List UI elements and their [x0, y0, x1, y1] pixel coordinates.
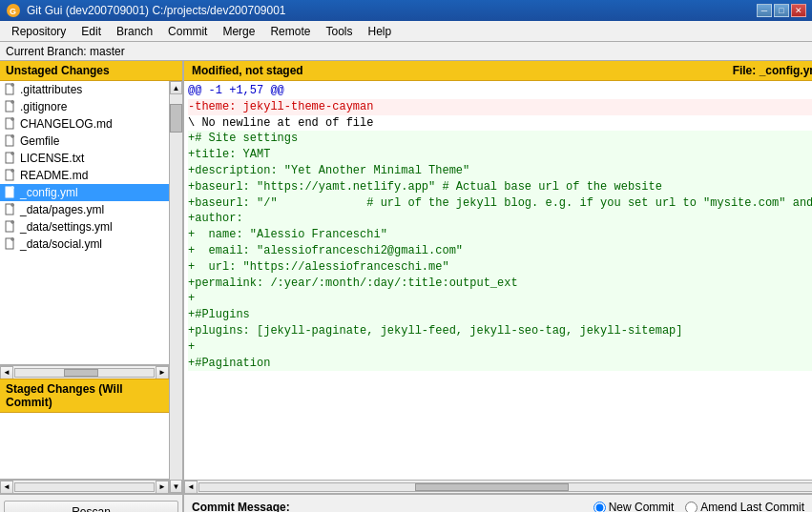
file-item-5[interactable]: README.md	[0, 167, 169, 184]
file-name-1: .gitignore	[20, 100, 67, 113]
file-item-2[interactable]: CHANGELOG.md	[0, 115, 169, 133]
diff-line: +	[188, 291, 812, 307]
diff-hscroll-track[interactable]	[198, 482, 812, 492]
hscroll-thumb[interactable]	[64, 369, 98, 377]
file-name-8: _data/settings.yml	[20, 220, 113, 234]
file-name-2: CHANGELOG.md	[20, 117, 113, 131]
diff-line: @@ -1 +1,57 @@	[188, 83, 812, 99]
diff-file: File: _config.yml	[733, 64, 812, 77]
file-name-6: _config.yml	[20, 186, 78, 199]
diff-line: +	[188, 339, 812, 356]
menu-tools[interactable]: Tools	[318, 21, 360, 41]
commit-type-group: New Commit Amend Last Commit	[593, 501, 804, 512]
app-icon: G	[6, 3, 21, 18]
left-panel: Unstaged Changes .gitattributes .gitigno…	[0, 61, 184, 493]
file-name-5: README.md	[20, 169, 88, 182]
file-item-6[interactable]: _config.yml	[0, 184, 169, 201]
file-item-1[interactable]: .gitignore	[0, 98, 169, 115]
unstaged-hscroll[interactable]: ◄ ►	[0, 365, 169, 379]
staged-hscroll-right[interactable]: ►	[156, 481, 169, 494]
diff-line: +baseurl: "/" # url of the jekyll blog. …	[188, 195, 812, 212]
menu-help[interactable]: Help	[360, 21, 399, 41]
staged-hscroll[interactable]: ◄ ►	[0, 480, 169, 493]
amend-commit-option[interactable]: Amend Last Commit	[685, 501, 804, 512]
commit-panel: Commit Message: New Commit Amend Last Co…	[184, 495, 812, 512]
unstaged-header: Unstaged Changes	[0, 61, 182, 81]
diff-line: + name: "Alessio Franceschi"	[188, 227, 812, 243]
left-vscroll-up[interactable]: ▲	[170, 81, 182, 94]
diff-line: +baseurl: "https://yamt.netlify.app" # A…	[188, 179, 812, 195]
amend-commit-radio[interactable]	[685, 502, 697, 513]
commit-message-label: Commit Message:	[192, 501, 290, 512]
branch-bar: Current Branch: master	[0, 42, 812, 61]
svg-text:G: G	[10, 7, 16, 16]
bottom-section: Rescan Stage Changed Sign Off Commit Pus…	[0, 493, 812, 512]
diff-line: +#Pagination	[188, 356, 812, 372]
diff-line: +description: "Yet Another Minimal Theme…	[188, 163, 812, 179]
title-bar-left: G Git Gui (dev200709001) C:/projects/dev…	[6, 3, 286, 18]
staged-list[interactable]	[0, 413, 169, 480]
left-vscroll-thumb[interactable]	[170, 104, 182, 133]
diff-line: +title: YAMT	[188, 147, 812, 163]
file-item-7[interactable]: _data/pages.yml	[0, 201, 169, 218]
left-vscroll-track[interactable]	[170, 94, 182, 480]
file-name-9: _data/social.yml	[20, 237, 102, 251]
diff-hscroll[interactable]: ◄ ►	[184, 480, 812, 493]
diff-line: +author:	[188, 211, 812, 227]
hscroll-right-arrow[interactable]: ►	[156, 366, 169, 379]
file-icon-1	[4, 100, 17, 113]
new-commit-radio[interactable]	[593, 502, 606, 513]
current-branch-label: Current Branch: master	[6, 45, 125, 58]
diff-content[interactable]: @@ -1 +1,57 @@-theme: jekyll-theme-cayma…	[184, 81, 812, 480]
left-vscroll[interactable]: ▲ ▼	[169, 81, 182, 493]
actions-panel: Rescan Stage Changed Sign Off Commit Pus…	[0, 495, 184, 512]
diff-status: Modified, not staged	[192, 64, 303, 77]
staged-hscroll-track[interactable]	[14, 482, 155, 492]
maximize-button[interactable]: □	[774, 4, 789, 17]
file-item-4[interactable]: LICENSE.txt	[0, 150, 169, 167]
rescan-button[interactable]: Rescan	[4, 501, 178, 512]
minimize-button[interactable]: ─	[757, 4, 772, 17]
diff-hscroll-thumb[interactable]	[415, 483, 569, 491]
title-bar-text: Git Gui (dev200709001) C:/projects/dev20…	[27, 4, 286, 17]
main-content: Unstaged Changes .gitattributes .gitigno…	[0, 61, 812, 493]
new-commit-option[interactable]: New Commit	[593, 501, 675, 512]
diff-hscroll-left[interactable]: ◄	[184, 481, 198, 494]
menu-bar: Repository Edit Branch Commit Merge Remo…	[0, 21, 812, 42]
file-icon-7	[4, 203, 17, 216]
unstaged-list-area: .gitattributes .gitignore CHANGELOG.md G…	[0, 81, 169, 493]
file-icon-4	[4, 152, 17, 165]
hscroll-left-arrow[interactable]: ◄	[0, 366, 13, 379]
menu-commit[interactable]: Commit	[160, 21, 215, 41]
right-panel: Modified, not staged File: _config.yml @…	[184, 61, 812, 493]
close-button[interactable]: ✕	[791, 4, 806, 17]
hscroll-track[interactable]	[14, 368, 155, 378]
diff-line: -theme: jekyll-theme-cayman	[188, 99, 812, 115]
diff-header: Modified, not staged File: _config.yml	[184, 61, 812, 81]
diff-line: +plugins: [jekyll-paginate, jekyll-feed,…	[188, 323, 812, 339]
diff-line: + url: "https://alessiofranceschi.me"	[188, 259, 812, 276]
file-name-0: .gitattributes	[20, 83, 82, 96]
menu-branch[interactable]: Branch	[109, 21, 160, 41]
diff-text: @@ -1 +1,57 @@-theme: jekyll-theme-cayma…	[184, 81, 812, 373]
title-bar-controls: ─ □ ✕	[757, 4, 806, 17]
file-item-9[interactable]: _data/social.yml	[0, 236, 169, 253]
file-icon-3	[4, 134, 17, 148]
staged-hscroll-left[interactable]: ◄	[0, 481, 13, 494]
unstaged-list[interactable]: .gitattributes .gitignore CHANGELOG.md G…	[0, 81, 169, 365]
left-vscroll-down[interactable]: ▼	[170, 480, 182, 493]
file-item-3[interactable]: Gemfile	[0, 133, 169, 150]
file-icon-6	[4, 186, 17, 199]
menu-repository[interactable]: Repository	[4, 21, 73, 41]
file-icon-5	[4, 169, 17, 182]
file-name-7: _data/pages.yml	[20, 203, 104, 216]
file-item-0[interactable]: .gitattributes	[0, 81, 169, 98]
amend-commit-label: Amend Last Commit	[700, 501, 804, 512]
menu-remote[interactable]: Remote	[262, 21, 318, 41]
diff-line: \ No newline at end of file	[188, 115, 812, 132]
menu-merge[interactable]: Merge	[215, 21, 262, 41]
menu-edit[interactable]: Edit	[73, 21, 109, 41]
file-icon-8	[4, 220, 17, 234]
new-commit-label: New Commit	[609, 501, 675, 512]
file-item-8[interactable]: _data/settings.yml	[0, 218, 169, 236]
